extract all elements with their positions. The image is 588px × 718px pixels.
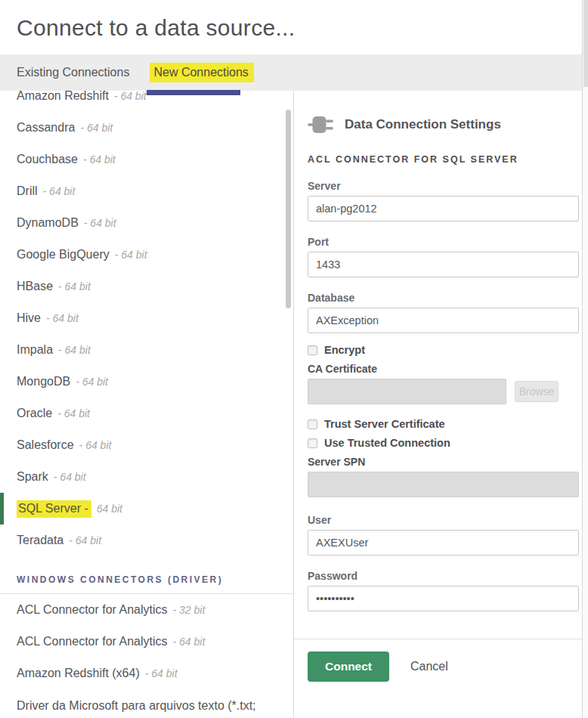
encrypt-row: Encrypt <box>308 344 579 356</box>
connector-bits: - 64 bit <box>54 471 86 483</box>
use-trusted-connection-checkbox[interactable] <box>308 438 317 448</box>
connector-bits: - 64 bit <box>145 667 178 679</box>
connector-list-item[interactable]: ACL Connector for Analytics - 32 bit <box>0 594 293 626</box>
connector-list-item[interactable]: DynamoDB - 64 bit <box>0 207 293 239</box>
connector-bits: - 64 bit <box>57 407 90 419</box>
database-label: Database <box>308 292 579 304</box>
connector-list-item[interactable]: Couchbase - 64 bit <box>0 144 293 175</box>
connector-list-item[interactable]: Spark - 64 bit <box>0 461 293 493</box>
page-scrollbar-thumb[interactable] <box>583 0 588 87</box>
trust-server-certificate-row: Trust Server Certificate <box>308 418 579 430</box>
server-label: Server <box>308 180 579 192</box>
password-input[interactable] <box>308 586 579 611</box>
connector-bits: - 64 bit <box>58 280 91 292</box>
settings-title: Data Connection Settings <box>345 117 501 132</box>
connector-name: SQL Server - <box>17 500 91 518</box>
connector-bits: - 64 bit <box>114 91 147 102</box>
native-connector-list: Amazon Redshift - 64 bit Cassandra - 64 … <box>0 91 293 556</box>
connector-list-item[interactable]: Impala - 64 bit <box>0 334 293 366</box>
connector-name: Driver da Microsoft para arquivos texto … <box>17 699 256 718</box>
connector-bits: - 32 bit <box>173 604 206 616</box>
user-label: User <box>308 514 579 526</box>
ca-certificate-label: CA Certificate <box>308 363 579 375</box>
trust-server-certificate-label: Trust Server Certificate <box>324 418 445 430</box>
connector-bits: - 64 bit <box>84 217 116 229</box>
connector-list-item[interactable]: SQL Server - 64 bit <box>0 493 293 525</box>
connector-heading: ACL CONNECTOR FOR SQL SERVER <box>308 154 579 165</box>
connector-list-item[interactable]: HBase - 64 bit <box>0 271 293 302</box>
user-input[interactable] <box>308 530 579 556</box>
connector-name: Amazon Redshift (x64) <box>17 667 140 680</box>
tab-existing-connections[interactable]: Existing Connections <box>17 66 129 79</box>
connector-list-item[interactable]: MongoDB - 64 bit <box>0 366 293 398</box>
connector-list-item[interactable]: Driver da Microsoft para arquivos texto … <box>0 689 274 718</box>
database-input[interactable] <box>308 308 579 333</box>
connector-name: Couchbase <box>17 153 78 166</box>
active-tab-indicator <box>147 90 240 95</box>
footer-buttons: Connect Cancel <box>308 651 579 682</box>
connector-list-item[interactable]: Drill - 64 bit <box>0 175 293 207</box>
use-trusted-connection-label: Use Trusted Connection <box>324 437 450 449</box>
footer-divider <box>294 639 588 639</box>
connector-list-item[interactable]: Cassandra - 64 bit <box>0 112 293 144</box>
list-scrollbar-thumb[interactable] <box>286 110 291 308</box>
user-field-group: User <box>308 514 579 556</box>
connector-name: ACL Connector for Analytics <box>17 603 168 617</box>
database-field-group: Database <box>308 292 579 333</box>
driver-section-header: WINDOWS CONNECTORS (DRIVER) <box>0 574 293 594</box>
connect-dialog: Connect to a data source... Existing Con… <box>0 0 588 718</box>
connector-bits: - 64 bit <box>173 636 206 648</box>
connector-bits: - 64 bit <box>69 534 101 546</box>
connector-bits: - 64 bit <box>76 376 108 388</box>
tab-bar: Existing Connections New Connections <box>0 54 588 91</box>
password-label: Password <box>308 570 579 582</box>
connector-list-item[interactable]: Oracle - 64 bit <box>0 398 293 429</box>
connector-list-item[interactable]: Hive - 64 bit <box>0 302 293 334</box>
connector-bits: - 64 bit <box>83 153 116 166</box>
connector-bits: - 64 bit <box>80 122 113 134</box>
settings-pane: Data Connection Settings ACL CONNECTOR F… <box>294 91 588 718</box>
settings-header: Data Connection Settings <box>308 115 579 135</box>
connector-name: ACL Connector for Analytics <box>17 635 168 648</box>
port-label: Port <box>308 236 579 248</box>
connector-list-item[interactable]: Teradata - 64 bit <box>0 525 293 556</box>
tab-new-connections[interactable]: New Connections <box>150 66 253 79</box>
page-scrollbar[interactable] <box>582 0 588 718</box>
connector-name: Impala <box>17 343 53 357</box>
tab-new-label: New Connections <box>150 63 253 82</box>
cancel-button[interactable]: Cancel <box>410 660 448 673</box>
connector-name: Cassandra <box>17 121 75 135</box>
connector-list-item[interactable]: ACL Connector for Analytics - 64 bit <box>0 626 293 658</box>
connector-name: Hive <box>17 311 41 325</box>
connector-name: DynamoDB <box>17 216 79 230</box>
encrypt-checkbox[interactable] <box>308 345 317 355</box>
driver-connector-list: ACL Connector for Analytics - 32 bit ACL… <box>0 594 293 718</box>
dialog-content: Amazon Redshift - 64 bit Cassandra - 64 … <box>0 91 588 718</box>
connector-list-item[interactable]: Salesforce - 64 bit <box>0 429 293 461</box>
trust-server-certificate-checkbox[interactable] <box>308 419 317 429</box>
connector-name: Salesforce <box>17 438 74 452</box>
ca-certificate-input[interactable] <box>308 379 506 404</box>
connector-list-item[interactable]: Amazon Redshift (x64) - 64 bit <box>0 658 293 689</box>
connector-bits: - 64 bit <box>58 344 91 356</box>
connect-button[interactable]: Connect <box>308 651 389 682</box>
connector-name: Amazon Redshift <box>17 91 109 103</box>
connector-list-pane: Amazon Redshift - 64 bit Cassandra - 64 … <box>0 91 294 718</box>
server-field-group: Server <box>308 180 579 221</box>
connector-name: MongoDB <box>17 375 70 388</box>
server-spn-label: Server SPN <box>308 456 579 468</box>
port-input[interactable] <box>308 252 579 277</box>
server-input[interactable] <box>308 196 579 221</box>
port-field-group: Port <box>308 236 579 277</box>
ca-certificate-row: Browse <box>308 379 579 404</box>
connector-name: Oracle <box>17 407 52 420</box>
encrypt-label: Encrypt <box>324 344 365 356</box>
browse-button[interactable]: Browse <box>515 381 559 402</box>
connector-bits: - 64 bit <box>79 439 112 451</box>
connector-bits: - 64 bit <box>43 185 76 197</box>
use-trusted-connection-row: Use Trusted Connection <box>308 437 579 449</box>
connector-list-item[interactable]: Google BigQuery - 64 bit <box>0 239 293 271</box>
password-field-group: Password <box>308 570 579 611</box>
server-spn-input[interactable] <box>308 472 579 497</box>
connector-bits: - 64 bit <box>46 312 79 324</box>
